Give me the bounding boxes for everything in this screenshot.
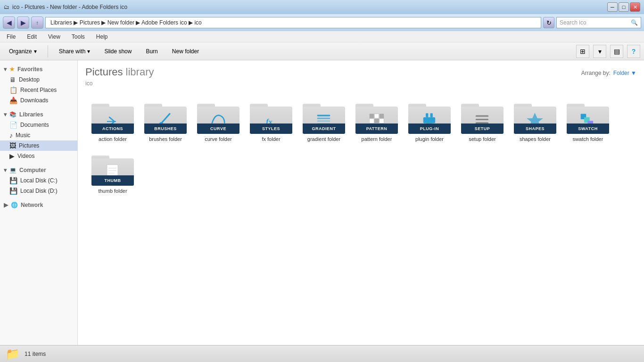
window-controls: ─ □ ✕ xyxy=(607,2,640,12)
folder-label-bar: SWATCH xyxy=(567,123,609,134)
folder-icon-container: ACTIONS xyxy=(91,100,134,134)
sidebar-item-local-d[interactable]: 💾 Local Disk (D:) xyxy=(0,186,77,196)
folder-name-text: action folder xyxy=(99,136,127,142)
view-large-icon[interactable]: ⊞ xyxy=(576,45,589,58)
folder-item[interactable]: fxSTYLESfx folder xyxy=(246,96,297,146)
menu-bar: File Edit View Tools Help xyxy=(0,31,644,42)
svg-rect-6 xyxy=(317,121,330,122)
folder-icon-container: PATTERN xyxy=(355,100,398,134)
preview-pane-button[interactable]: ▤ xyxy=(610,45,623,58)
desktop-icon: 🖥 xyxy=(9,76,16,83)
libraries-arrow-icon: ▾ xyxy=(4,111,7,118)
svg-rect-9 xyxy=(374,114,379,118)
network-header[interactable]: ▶ 🌐 Network xyxy=(0,200,77,210)
computer-arrow-icon: ▾ xyxy=(4,167,7,173)
sidebar-recent-places-label: Recent Places xyxy=(20,87,57,93)
folder-item[interactable]: GRADIENTgradient folder xyxy=(298,96,349,146)
menu-tools[interactable]: Tools xyxy=(69,33,88,41)
sidebar-item-downloads[interactable]: 📥 Downloads xyxy=(0,95,77,106)
help-button[interactable]: ? xyxy=(627,45,640,58)
menu-edit[interactable]: Edit xyxy=(24,33,40,41)
close-button[interactable]: ✕ xyxy=(630,2,640,12)
sidebar-item-local-c[interactable]: 💾 Local Disk (C:) xyxy=(0,175,77,186)
maximize-button[interactable]: □ xyxy=(619,2,629,12)
folder-label-text: SETUP xyxy=(475,126,490,131)
search-box[interactable]: Search ico 🔍 xyxy=(556,17,641,28)
svg-rect-8 xyxy=(370,114,374,118)
view-arrow[interactable]: ▾ xyxy=(593,45,606,58)
svg-rect-4 xyxy=(317,115,330,116)
content-subtitle: ico xyxy=(85,80,154,87)
folder-label-text: SWATCH xyxy=(578,126,597,131)
computer-icon: 💻 xyxy=(9,167,17,173)
favorites-header[interactable]: ▾ ★ Favorites xyxy=(0,64,77,74)
svg-rect-21 xyxy=(476,115,488,117)
folder-name-text: swatch folder xyxy=(573,136,603,142)
item-count: 11 items xyxy=(25,351,46,357)
menu-help[interactable]: Help xyxy=(93,33,111,41)
recent-places-icon: 📋 xyxy=(9,86,17,94)
menu-file[interactable]: File xyxy=(4,33,18,41)
folder-label-bar: SHAPES xyxy=(514,123,556,134)
address-input[interactable]: Libraries ▶ Pictures ▶ New folder ▶ Adob… xyxy=(45,17,541,28)
folder-icon-container: CURVE xyxy=(197,100,239,134)
refresh-button[interactable]: ↻ xyxy=(543,17,554,28)
menu-view[interactable]: View xyxy=(45,33,63,41)
folder-icon-container: GRADIENT xyxy=(303,100,345,134)
sidebar-local-d-label: Local Disk (D:) xyxy=(20,188,58,194)
folder-item[interactable]: BRUSHESbrushes folder xyxy=(140,96,191,146)
forward-button[interactable]: ▶ xyxy=(17,16,29,29)
folder-item[interactable]: SETUPsetup folder xyxy=(457,96,508,146)
sidebar-item-recent-places[interactable]: 📋 Recent Places xyxy=(0,85,77,95)
folder-item[interactable]: PATTERNpattern folder xyxy=(351,96,402,146)
folder-label-text: CURVE xyxy=(210,126,226,131)
libraries-section: ▾ 📚 Libraries 📄 Documents ♪ Music 🖼 Pict… xyxy=(0,109,77,161)
favorites-section: ▾ ★ Favorites 🖥 Desktop 📋 Recent Places … xyxy=(0,64,77,106)
network-label: Network xyxy=(21,202,43,208)
slide-show-button[interactable]: Slide show xyxy=(99,44,137,58)
sidebar-item-music[interactable]: ♪ Music xyxy=(0,130,77,140)
svg-rect-22 xyxy=(476,119,488,120)
folder-body: fxSTYLES xyxy=(250,107,292,134)
sidebar-downloads-label: Downloads xyxy=(20,97,48,104)
folder-body: THUMB xyxy=(91,158,134,186)
svg-rect-5 xyxy=(317,118,330,119)
folder-name-text: setup folder xyxy=(469,136,495,142)
sidebar-item-pictures[interactable]: 🖼 Pictures xyxy=(0,140,77,151)
folder-name-text: curve folder xyxy=(205,136,231,142)
folder-item[interactable]: THUMBthumb folder xyxy=(87,148,138,198)
pictures-icon: 🖼 xyxy=(9,142,16,149)
arrange-by-value[interactable]: Folder ▼ xyxy=(613,70,636,76)
share-with-label: Share with xyxy=(59,48,86,55)
title-bar: 🗂 ico - Pictures - New folder - Adobe Fo… xyxy=(0,0,644,14)
downloads-icon: 📥 xyxy=(9,97,17,104)
share-with-button[interactable]: Share with ▾ xyxy=(54,44,96,58)
arrange-by-row: Arrange by: Folder ▼ xyxy=(581,66,636,76)
folder-label-bar: ACTIONS xyxy=(91,123,134,134)
sidebar-item-desktop[interactable]: 🖥 Desktop xyxy=(0,74,77,85)
libraries-folder-icon: 📚 xyxy=(9,111,17,118)
content-title: Pictures library xyxy=(85,66,154,78)
folder-body: PLUG-IN xyxy=(408,107,451,134)
computer-header[interactable]: ▾ 💻 Computer xyxy=(0,165,77,175)
new-folder-button[interactable]: New folder xyxy=(167,44,204,58)
sidebar-item-documents[interactable]: 📄 Documents xyxy=(0,120,77,130)
burn-label: Burn xyxy=(146,48,157,55)
organize-button[interactable]: Organize ▾ xyxy=(4,44,42,58)
folder-label-bar: BRUSHES xyxy=(144,123,187,134)
burn-button[interactable]: Burn xyxy=(140,44,163,58)
sidebar-item-videos[interactable]: ▶ Videos xyxy=(0,151,77,161)
folder-item[interactable]: ACTIONSaction folder xyxy=(87,96,138,146)
libraries-header[interactable]: ▾ 📚 Libraries xyxy=(0,109,77,120)
folder-body: GRADIENT xyxy=(303,107,345,134)
up-button[interactable]: ↑ xyxy=(31,16,43,29)
folder-item[interactable]: PLUG-INplugin folder xyxy=(404,96,455,146)
folder-item[interactable]: SWATCHswatch folder xyxy=(562,96,613,146)
folder-item[interactable]: CURVEcurve folder xyxy=(193,96,244,146)
svg-rect-18 xyxy=(430,113,433,117)
back-button[interactable]: ◀ xyxy=(3,16,15,29)
sidebar-videos-label: Videos xyxy=(17,153,34,159)
svg-rect-11 xyxy=(370,119,374,123)
minimize-button[interactable]: ─ xyxy=(607,2,618,12)
folder-item[interactable]: SHAPESshapes folder xyxy=(510,96,561,146)
